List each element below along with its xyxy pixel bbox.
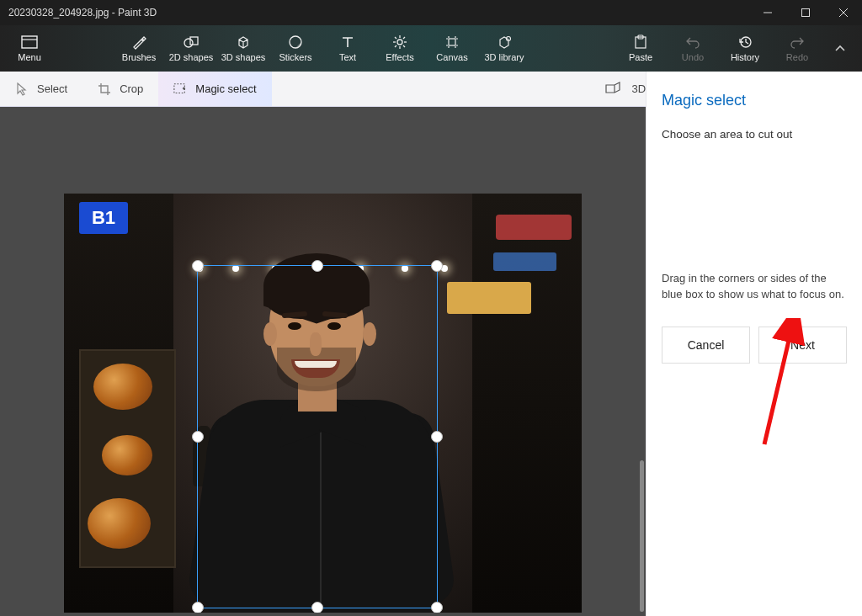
canvas-workspace[interactable]: B1 (0, 107, 646, 616)
text-button[interactable]: Text (322, 25, 374, 72)
select-tool-button[interactable]: Select (0, 72, 82, 106)
minimize-button[interactable] (748, 0, 786, 25)
crop-icon (98, 82, 111, 96)
selection-handle-bottom-left[interactable] (192, 602, 204, 613)
menu-icon (21, 35, 38, 50)
window-title: 20230328_204928.jpg - Paint 3D (8, 7, 748, 19)
photo-neon-sign-2 (493, 252, 556, 271)
selection-handle-mid-right[interactable] (431, 431, 443, 443)
panel-title: Magic select (662, 92, 847, 109)
canvas-image[interactable]: B1 (64, 194, 582, 613)
selection-handle-top-left[interactable] (192, 260, 204, 272)
magic-select-tool-button[interactable]: Magic select (158, 72, 271, 106)
photo-menu-board (79, 349, 176, 568)
close-button[interactable] (824, 0, 862, 25)
ribbon-toolbar: Menu Brushes 2D shapes 3D shapes Sticker… (0, 25, 862, 72)
3d-shapes-icon (235, 35, 252, 50)
2d-shapes-icon (183, 35, 200, 50)
crop-label: Crop (120, 82, 143, 95)
history-button[interactable]: History (719, 25, 771, 72)
3d-library-icon (496, 35, 513, 50)
selection-handle-top-right[interactable] (431, 260, 443, 272)
selection-handle-bottom-right[interactable] (431, 602, 443, 613)
next-label: Next (790, 338, 815, 352)
ribbon-collapse-button[interactable] (823, 25, 857, 72)
text-label: Text (339, 52, 356, 62)
redo-button: Redo (771, 25, 823, 72)
magic-select-bounding-box[interactable] (197, 265, 438, 608)
cancel-label: Cancel (688, 338, 725, 352)
svg-point-9 (397, 40, 402, 45)
select-label: Select (37, 82, 67, 95)
stickers-button[interactable]: Stickers (269, 25, 322, 72)
3d-shapes-button[interactable]: 3D shapes (217, 25, 269, 72)
svg-line-15 (403, 45, 405, 47)
paste-button[interactable]: Paste (615, 25, 667, 72)
3d-library-button[interactable]: 3D library (478, 25, 530, 72)
brushes-icon (130, 35, 147, 50)
canvas-button[interactable]: Canvas (426, 25, 478, 72)
menu-button[interactable]: Menu (5, 25, 54, 72)
svg-rect-7 (190, 37, 198, 45)
maximize-button[interactable] (786, 0, 824, 25)
vertical-scrollbar[interactable] (640, 460, 644, 612)
magic-select-label: Magic select (195, 82, 256, 95)
selection-handle-top-mid[interactable] (311, 260, 323, 272)
svg-line-17 (395, 45, 396, 47)
stickers-icon (287, 35, 304, 50)
crop-tool-button[interactable]: Crop (82, 72, 158, 106)
chevron-up-icon (834, 43, 846, 55)
photo-neon-sign (496, 215, 572, 240)
text-icon (339, 35, 356, 50)
2d-shapes-label: 2D shapes (169, 52, 214, 62)
panel-subtitle: Choose an area to cut out (662, 128, 847, 141)
svg-line-16 (403, 37, 405, 39)
stickers-label: Stickers (279, 52, 311, 62)
redo-label: Redo (786, 52, 808, 62)
history-icon (737, 35, 753, 50)
svg-rect-18 (449, 39, 455, 45)
next-button[interactable]: Next (758, 327, 847, 364)
panel-buttons: Cancel Next (662, 327, 847, 364)
photo-sign-b1: B1 (79, 202, 128, 234)
magic-select-panel: Magic select Choose an area to cut out D… (646, 72, 862, 616)
magic-select-icon (173, 82, 187, 96)
effects-icon (391, 35, 408, 50)
brushes-button[interactable]: Brushes (113, 25, 165, 72)
canvas-icon (444, 35, 460, 50)
selection-handle-mid-left[interactable] (192, 431, 204, 443)
panel-instructions: Drag in the corners or sides of the blue… (662, 271, 847, 303)
cancel-button[interactable]: Cancel (662, 327, 750, 364)
window-controls (748, 0, 862, 25)
brushes-label: Brushes (122, 52, 156, 62)
3d-library-label: 3D library (484, 52, 524, 62)
history-label: History (731, 52, 759, 62)
paste-icon (632, 35, 649, 50)
menu-label: Menu (18, 52, 41, 62)
redo-icon (789, 35, 806, 50)
undo-button: Undo (667, 25, 719, 72)
effects-button[interactable]: Effects (374, 25, 426, 72)
svg-point-6 (184, 39, 193, 47)
effects-label: Effects (386, 52, 413, 62)
3d-view-icon (604, 82, 621, 96)
cursor-icon (15, 82, 29, 96)
svg-line-14 (395, 37, 396, 39)
undo-label: Undo (682, 52, 704, 62)
svg-rect-1 (801, 9, 809, 17)
paste-label: Paste (629, 52, 652, 62)
undo-icon (684, 35, 701, 50)
title-bar: 20230328_204928.jpg - Paint 3D (0, 0, 862, 25)
canvas-label: Canvas (436, 52, 467, 62)
svg-rect-4 (22, 36, 37, 48)
2d-shapes-button[interactable]: 2D shapes (165, 25, 217, 72)
3d-shapes-label: 3D shapes (221, 52, 266, 62)
selection-handle-bottom-mid[interactable] (311, 602, 323, 613)
